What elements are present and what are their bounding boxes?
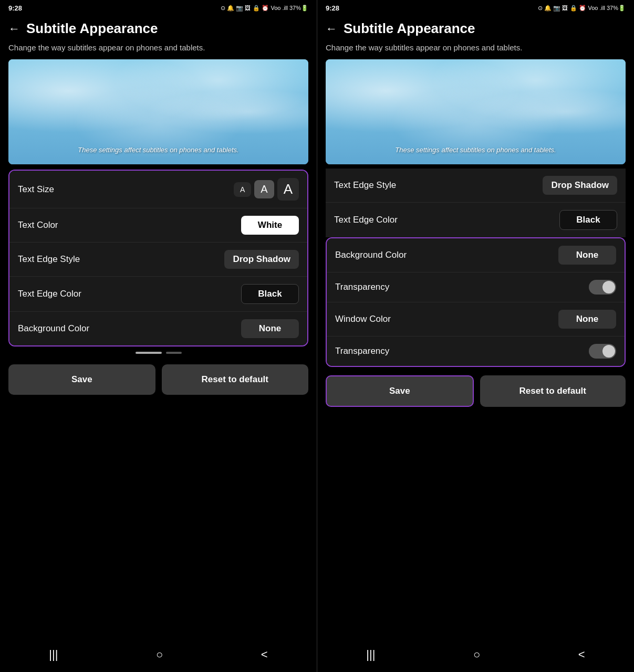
left-panel: 9:28 ⊙ 🔔 📷 🖼 🔒 ⏰ Voo .ill 37%🔋 ← Subtitl… [0, 0, 317, 672]
settings-section-left: Text Size A A A Text Color White Text Ed… [8, 170, 308, 346]
text-size-controls: A A A [234, 178, 299, 201]
text-edge-color-value-left[interactable]: Black [241, 284, 299, 304]
inner-settings-right: Background Color None Transparency Windo… [326, 237, 626, 367]
bg-transparency-label: Transparency [335, 282, 389, 292]
win-transparency-toggle[interactable] [589, 344, 616, 359]
header-left: ← Subtitle Appearance [0, 14, 317, 40]
home-icon-left[interactable]: ○ [156, 648, 163, 662]
bottom-buttons-right: Save Reset to default [326, 375, 626, 407]
preview-text-left: These settings affect subtitles on phone… [78, 146, 238, 154]
text-color-value[interactable]: White [241, 216, 299, 235]
save-button-right[interactable]: Save [326, 375, 474, 407]
text-edge-style-row-left: Text Edge Style Drop Shadow [9, 243, 307, 277]
page-title-left: Subtitle Appearance [26, 20, 158, 37]
right-panel: 9:28 ⊙ 🔔 📷 🖼 🔒 ⏰ Voo .ill 37%🔋 ← Subtitl… [317, 0, 634, 672]
text-size-label: Text Size [18, 184, 54, 195]
status-icons-left: ⊙ 🔔 📷 🖼 🔒 ⏰ Voo .ill 37%🔋 [221, 5, 308, 12]
recent-apps-icon-right[interactable]: ||| [366, 648, 375, 662]
back-button-right[interactable]: ← [326, 22, 337, 36]
status-icons-right: ⊙ 🔔 📷 🖼 🔒 ⏰ Voo .ill 37%🔋 [538, 5, 626, 12]
page-title-right: Subtitle Appearance [344, 20, 475, 37]
background-color-row-right: Background Color None [327, 238, 625, 272]
text-edge-style-value-right[interactable]: Drop Shadow [543, 176, 617, 195]
nav-bar-right: ||| ○ < [317, 639, 634, 672]
header-right: ← Subtitle Appearance [317, 14, 634, 40]
background-color-value-right[interactable]: None [558, 246, 616, 265]
nav-bar-left: ||| ○ < [0, 639, 317, 672]
bottom-buttons-left: Save Reset to default [8, 364, 308, 395]
bg-transparency-knob [602, 281, 615, 293]
scroll-dot-1 [136, 352, 162, 354]
signal-icons-right: 🔒 ⏰ Voo .ill 37%🔋 [570, 5, 626, 12]
text-size-medium[interactable]: A [254, 180, 274, 198]
status-bar-right: 9:28 ⊙ 🔔 📷 🖼 🔒 ⏰ Voo .ill 37%🔋 [317, 0, 634, 14]
text-color-label: Text Color [18, 220, 58, 230]
background-color-row-left: Background Color None [9, 312, 307, 345]
text-edge-color-row-left: Text Edge Color Black [9, 277, 307, 312]
bg-transparency-row: Transparency [327, 272, 625, 302]
window-color-value[interactable]: None [558, 310, 616, 329]
notification-icons-right: ⊙ 🔔 📷 🖼 [538, 5, 568, 12]
save-button-left[interactable]: Save [8, 364, 155, 395]
text-edge-color-label-left: Text Edge Color [18, 289, 81, 299]
signal-icons: 🔒 ⏰ Voo .ill 37%🔋 [253, 5, 308, 12]
back-button-left[interactable]: ← [8, 22, 20, 36]
text-edge-style-row-right: Text Edge Style Drop Shadow [326, 169, 626, 203]
win-transparency-label: Transparency [335, 346, 389, 356]
background-color-label-right: Background Color [335, 250, 407, 260]
preview-box-left: These settings affect subtitles on phone… [8, 59, 308, 164]
text-edge-style-label-left: Text Edge Style [18, 254, 80, 265]
home-icon-right[interactable]: ○ [473, 648, 480, 662]
win-transparency-knob [602, 345, 615, 358]
time-right: 9:28 [326, 4, 339, 12]
top-settings-right: Text Edge Style Drop Shadow Text Edge Co… [326, 169, 626, 237]
text-edge-color-label-right: Text Edge Color [334, 215, 398, 225]
reset-button-right[interactable]: Reset to default [480, 375, 626, 407]
scroll-hint-left [0, 350, 317, 356]
text-edge-style-label-right: Text Edge Style [334, 180, 396, 191]
text-edge-style-value-left[interactable]: Drop Shadow [224, 250, 299, 269]
text-edge-color-value-right[interactable]: Black [559, 210, 617, 230]
text-color-row: Text Color White [9, 208, 307, 243]
recent-apps-icon-left[interactable]: ||| [49, 648, 58, 662]
description-right: Change the way subtitles appear on phone… [317, 40, 634, 59]
scroll-dot-2 [166, 352, 182, 354]
time-left: 9:28 [8, 4, 22, 12]
preview-box-right: These settings affect subtitles on phone… [326, 59, 626, 164]
back-nav-icon-left[interactable]: < [261, 648, 268, 662]
background-color-value-left[interactable]: None [241, 319, 299, 338]
bg-transparency-toggle[interactable] [589, 280, 616, 295]
description-left: Change the way subtitles appear on phone… [0, 40, 317, 59]
status-bar-left: 9:28 ⊙ 🔔 📷 🖼 🔒 ⏰ Voo .ill 37%🔋 [0, 0, 317, 14]
text-edge-color-row-right: Text Edge Color Black [326, 203, 626, 237]
preview-text-right: These settings affect subtitles on phone… [395, 146, 556, 154]
win-transparency-row: Transparency [327, 337, 625, 366]
reset-button-left[interactable]: Reset to default [162, 364, 309, 395]
background-color-label-left: Background Color [18, 323, 89, 334]
notification-icons: ⊙ 🔔 📷 🖼 [221, 5, 251, 12]
text-size-small[interactable]: A [234, 182, 251, 197]
window-color-label: Window Color [335, 314, 391, 324]
text-size-row: Text Size A A A [9, 171, 307, 208]
back-nav-icon-right[interactable]: < [578, 648, 585, 662]
window-color-row: Window Color None [327, 302, 625, 337]
text-size-large[interactable]: A [277, 178, 299, 201]
